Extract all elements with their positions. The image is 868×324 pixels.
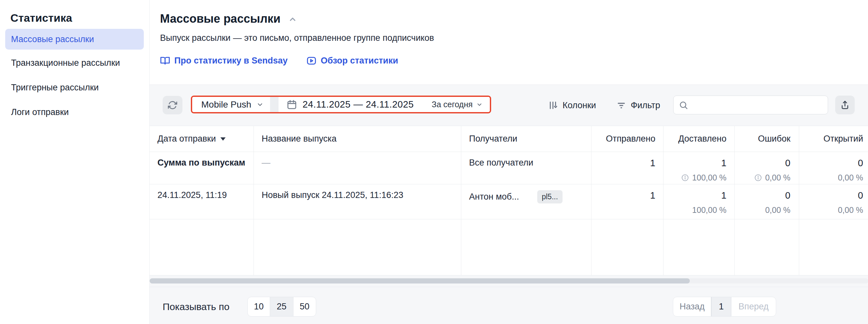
cell-issue-name: Новый выпуск 24.11.2025, 11:16:23	[254, 184, 461, 219]
search-box	[673, 96, 828, 114]
cell-sent: 1	[591, 184, 663, 219]
calendar-icon	[286, 99, 297, 110]
mailings-table: Дата отправки Название выпуска Получател…	[150, 126, 868, 276]
channel-select-value: Mobile Push	[201, 100, 251, 110]
horizontal-scrollbar-thumb[interactable]	[150, 278, 690, 284]
main-content: Массовые рассылки Выпуск рассылки — это …	[150, 0, 868, 324]
footer-divider	[150, 287, 868, 287]
column-header-recipients: Получатели	[461, 126, 591, 152]
refresh-button[interactable]	[163, 96, 182, 114]
sidebar-item-label: Логи отправки	[11, 107, 69, 117]
period-preset-select[interactable]: За сегодня	[432, 100, 483, 109]
cell-send-date: 24.11.2025, 11:19	[150, 184, 254, 219]
info-icon[interactable]	[681, 174, 689, 182]
page-size-50[interactable]: 50	[293, 297, 316, 316]
columns-settings-icon	[548, 101, 558, 110]
link-statistics-overview[interactable]: Обзор статистики	[306, 56, 398, 66]
sidebar-item-label: Триггерные рассылки	[11, 83, 99, 93]
video-play-icon	[306, 56, 316, 66]
filter-button[interactable]: Фильтр	[616, 96, 660, 115]
sidebar-item-send-logs[interactable]: Логи отправки	[5, 101, 144, 123]
pagination-next-button[interactable]: Вперед	[731, 297, 776, 316]
sidebar-item-mass-mailings[interactable]: Массовые рассылки	[5, 29, 144, 49]
column-header-send-date[interactable]: Дата отправки	[150, 126, 254, 152]
cell-issue-name: —	[254, 152, 461, 184]
columns-button-label: Колонки	[562, 101, 596, 110]
sidebar-item-label: Массовые рассылки	[11, 34, 94, 44]
page-size-25[interactable]: 25	[270, 297, 293, 316]
link-label: Про статистику в Sendsay	[174, 56, 288, 66]
refresh-icon	[167, 100, 178, 110]
statistics-page: Статистика Массовые рассылки Транзакцион…	[0, 0, 868, 324]
sidebar-title: Статистика	[10, 12, 72, 24]
chevron-up-icon	[288, 15, 297, 24]
page-subtitle: Выпуск рассылки — это письмо, отправленн…	[160, 33, 434, 43]
highlighted-filter-group: Mobile Push 24.11.2025 — 24.11.2025 За с…	[191, 96, 491, 113]
page-title: Массовые рассылки	[160, 12, 280, 25]
sidebar-nav: Массовые рассылки Транзакционные рассылк…	[5, 29, 144, 125]
channel-select[interactable]: Mobile Push	[192, 97, 270, 112]
book-icon	[160, 56, 170, 66]
sidebar-item-label: Транзакционные рассылки	[11, 58, 120, 68]
table-header-row: Дата отправки Название выпуска Получател…	[150, 126, 868, 152]
page-size-10[interactable]: 10	[248, 297, 270, 316]
pagination-prev-button[interactable]: Назад	[673, 297, 711, 316]
page-size-label: Показывать по	[163, 297, 229, 317]
table-empty-row	[150, 219, 868, 275]
sidebar-item-transactional-mailings[interactable]: Транзакционные рассылки	[5, 51, 144, 74]
column-header-sent: Отправлено	[591, 126, 663, 152]
cell-errors: 0 0,00 %	[735, 184, 799, 219]
cell-delivered: 1 100,00 %	[663, 152, 735, 184]
recipient-tag-chip: pl5...	[537, 190, 562, 204]
chevron-down-icon	[476, 101, 483, 108]
search-icon	[679, 101, 688, 110]
cell-recipients: Все получатели	[461, 152, 591, 184]
cell-opens: 0 0,00 %	[799, 184, 868, 219]
cell-send-date: Сумма по выпускам	[150, 152, 254, 184]
cell-errors: 0 0,00 %	[735, 152, 799, 184]
sidebar-item-trigger-mailings[interactable]: Триггерные рассылки	[5, 76, 144, 99]
search-input[interactable]	[692, 100, 823, 110]
column-header-delivered: Доставлено	[663, 126, 735, 152]
export-button[interactable]	[835, 96, 855, 114]
sidebar: Статистика Массовые рассылки Транзакцион…	[0, 0, 150, 324]
link-label: Обзор статистики	[321, 56, 398, 66]
date-range-picker[interactable]: 24.11.2025 — 24.11.2025 За сегодня	[279, 97, 490, 112]
help-links: Про статистику в Sendsay Обзор статистик…	[160, 56, 398, 66]
column-header-opens: Открытий	[799, 126, 868, 152]
column-header-issue-name: Название выпуска	[254, 126, 461, 152]
cell-opens: 0 0,00 %	[799, 152, 868, 184]
collapse-section-button[interactable]	[288, 15, 297, 24]
table-row-summary[interactable]: Сумма по выпускам — Все получатели 1 1 1…	[150, 152, 868, 184]
filter-button-label: Фильтр	[631, 101, 660, 110]
page-size-switcher: 10 25 50	[247, 297, 316, 317]
period-preset-value: За сегодня	[432, 100, 473, 109]
statistics-panel: Mobile Push 24.11.2025 — 24.11.2025 За с…	[150, 84, 868, 324]
sort-desc-icon[interactable]	[220, 137, 226, 141]
link-about-statistics[interactable]: Про статистику в Sendsay	[160, 56, 288, 66]
info-icon[interactable]	[754, 174, 762, 182]
cell-sent: 1	[591, 152, 663, 184]
table-row-issue[interactable]: 24.11.2025, 11:19 Новый выпуск 24.11.202…	[150, 184, 868, 219]
filter-icon	[616, 101, 626, 110]
pagination-current-page[interactable]: 1	[711, 297, 731, 316]
column-header-errors: Ошибок	[735, 126, 799, 152]
chevron-down-icon	[256, 101, 264, 108]
cell-delivered: 1 100,00 %	[663, 184, 735, 219]
columns-button[interactable]: Колонки	[548, 96, 596, 115]
pagination: Назад 1 Вперед	[673, 297, 776, 317]
upload-export-icon	[840, 100, 850, 110]
group-divider	[270, 97, 279, 112]
cell-recipients: Антон моб... pl5...	[461, 184, 591, 219]
date-range-value: 24.11.2025 — 24.11.2025	[303, 99, 414, 110]
horizontal-scrollbar-track	[150, 278, 868, 284]
